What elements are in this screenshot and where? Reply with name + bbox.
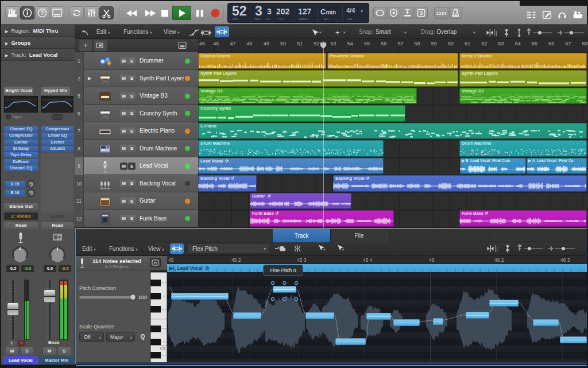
svg-text:S: S <box>419 10 423 16</box>
svg-text:?: ? <box>40 10 44 16</box>
svg-text:C3: C3 <box>160 347 165 351</box>
svg-text:1234: 1234 <box>436 11 447 16</box>
